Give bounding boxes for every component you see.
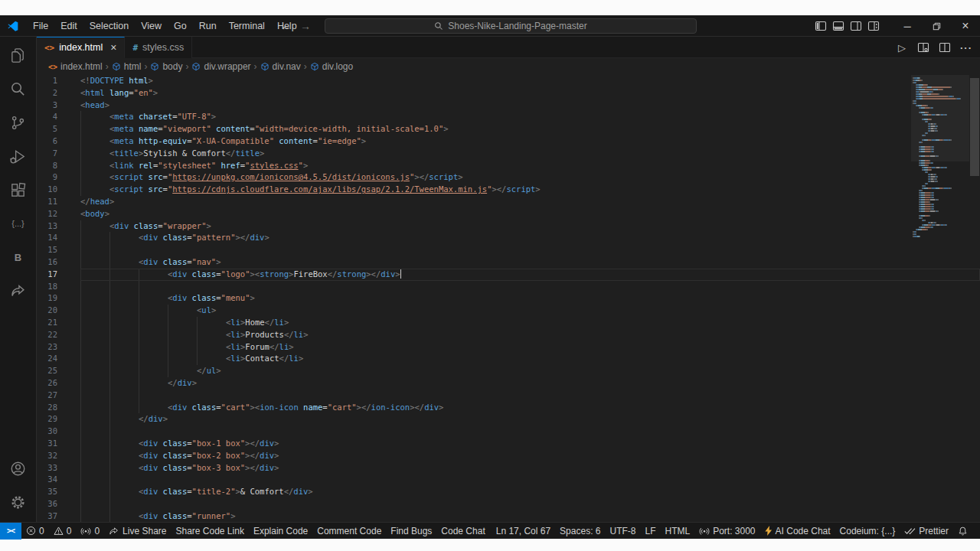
customize-layout-icon[interactable]: [864, 15, 882, 37]
breadcrumb-item-div-nav[interactable]: div.nav: [260, 61, 301, 72]
more-actions-icon[interactable]: ···: [957, 38, 975, 57]
restore-button[interactable]: [922, 15, 951, 37]
split-editor-icon[interactable]: [936, 38, 954, 57]
tab-close-icon[interactable]: ×: [110, 41, 116, 54]
toggle-sidebar-right-icon[interactable]: [847, 15, 864, 37]
status-remote-indicator[interactable]: ><: [0, 523, 21, 540]
back-arrow-icon[interactable]: ←: [280, 20, 291, 32]
run-debug-icon[interactable]: [0, 139, 37, 173]
command-center[interactable]: Shoes-Nike-Landing-Page-master: [325, 18, 697, 34]
code-line-34[interactable]: 34: [37, 474, 980, 486]
status-lf[interactable]: LF: [640, 523, 660, 540]
code-line-13[interactable]: 13<div class="wrapper">: [37, 220, 980, 233]
menu-go[interactable]: Go: [168, 15, 193, 36]
code-line-31[interactable]: 31<div class="box-1 box"></div>: [37, 438, 980, 450]
menu-terminal[interactable]: Terminal: [223, 15, 271, 36]
live-share-icon[interactable]: [0, 274, 37, 308]
menu-file[interactable]: File: [27, 15, 54, 36]
breadcrumb-item-html[interactable]: html: [112, 61, 142, 72]
code-line-18[interactable]: 18: [37, 281, 980, 293]
status-live-share[interactable]: Live Share: [104, 523, 171, 540]
tab-styles-css[interactable]: #styles.css: [125, 37, 192, 58]
code-line-21[interactable]: 21<li>Home</li>: [37, 317, 980, 329]
search-icon[interactable]: [0, 72, 37, 106]
code-line-23[interactable]: 23<li>Forum</li>: [37, 341, 980, 354]
status-ai-code-chat[interactable]: AI Code Chat: [760, 523, 835, 540]
code-editor[interactable]: 1<!DOCTYPE html>2<html lang="en">3<head>…: [37, 75, 980, 522]
status-explain-code[interactable]: Explain Code: [249, 523, 312, 540]
code-line-30[interactable]: 30: [37, 425, 980, 438]
breadcrumb-item-body[interactable]: body: [150, 61, 182, 72]
status-prettier[interactable]: Prettier: [900, 523, 953, 540]
breadcrumb-item-index-html[interactable]: <>index.html: [48, 61, 103, 72]
code-line-26[interactable]: 26</div>: [37, 377, 980, 390]
menu-run[interactable]: Run: [193, 15, 223, 36]
code-line-25[interactable]: 25</ul>: [37, 365, 980, 377]
toggle-sidebar-left-icon[interactable]: [812, 15, 829, 37]
status-utf-8[interactable]: UTF-8: [605, 523, 640, 540]
code-line-32[interactable]: 32<div class="box-2 box"></div>: [37, 450, 980, 462]
menu-selection[interactable]: Selection: [83, 15, 135, 36]
run-icon[interactable]: ▷: [893, 38, 911, 57]
breadcrumb[interactable]: <>index.html›html›body›div.wrapper›div.n…: [37, 58, 980, 75]
code-line-10[interactable]: 10<script src="https://cdnjs.cloudflare.…: [37, 184, 980, 196]
status-0[interactable]: 0: [21, 523, 49, 540]
code-line-2[interactable]: 2<html lang="en">: [37, 87, 980, 99]
code-line-24[interactable]: 24<li>Contact</li>: [37, 353, 980, 365]
breadcrumb-item-div-logo[interactable]: div.logo: [310, 61, 353, 72]
code-line-35[interactable]: 35<div class="title-2">& Comfort</div>: [37, 486, 980, 498]
code-line-5[interactable]: 5<meta name="viewport" content="width=de…: [37, 123, 980, 135]
close-button[interactable]: ×: [951, 15, 980, 37]
code-line-9[interactable]: 9<script src="https://unpkg.com/ionicons…: [37, 171, 980, 184]
code-line-22[interactable]: 22<li>Products</li>: [37, 329, 980, 341]
settings-gear-icon[interactable]: [0, 485, 37, 519]
vertical-scrollbar[interactable]: [970, 78, 979, 176]
account-icon[interactable]: [0, 452, 37, 485]
status-html[interactable]: HTML: [661, 523, 695, 540]
code-line-17[interactable]: 17<div class="logo"><strong>FireBox</str…: [37, 269, 980, 281]
breadcrumb-item-div-wrapper[interactable]: div.wrapper: [191, 61, 250, 72]
toggle-panel-icon[interactable]: [829, 15, 847, 37]
code-line-36[interactable]: 36: [37, 498, 980, 510]
code-line-3[interactable]: 3<head>: [37, 99, 980, 112]
braces-icon[interactable]: {...}: [0, 207, 37, 240]
code-line-12[interactable]: 12<body>: [37, 208, 980, 220]
status-port-3000[interactable]: Port: 3000: [694, 523, 760, 540]
status-code-chat[interactable]: Code Chat: [436, 523, 489, 540]
code-line-19[interactable]: 19<div class="menu">: [37, 292, 980, 305]
extensions-icon[interactable]: [0, 173, 37, 207]
status-spaces-6[interactable]: Spaces: 6: [555, 523, 605, 540]
minimize-button[interactable]: ─: [893, 15, 922, 37]
code-line-28[interactable]: 28<div class="cart"><ion-icon name="cart…: [37, 402, 980, 414]
menu-view[interactable]: View: [135, 15, 168, 36]
tab-index-html[interactable]: <>index.html×: [37, 37, 125, 58]
status-0[interactable]: 0: [49, 523, 77, 540]
code-line-14[interactable]: 14<div class="pattern"></div>: [37, 232, 980, 244]
code-line-7[interactable]: 7<title>Stylish & Comfort</title>: [37, 148, 980, 160]
code-line-20[interactable]: 20<ul>: [37, 305, 980, 317]
code-line-4[interactable]: 4<meta charset="UTF-8">: [37, 111, 980, 123]
code-line-6[interactable]: 6<meta http-equiv="X-UA-Compatible" cont…: [37, 135, 980, 148]
menu-edit[interactable]: Edit: [54, 15, 83, 36]
code-line-8[interactable]: 8<link rel="stylesheet" href="styles.css…: [37, 160, 980, 172]
minimap[interactable]: [911, 77, 968, 237]
code-line-15[interactable]: 15: [37, 244, 980, 256]
open-preview-icon[interactable]: [914, 38, 933, 57]
source-control-icon[interactable]: [0, 106, 37, 139]
explorer-icon[interactable]: [0, 38, 37, 72]
forward-arrow-icon[interactable]: →: [300, 20, 311, 32]
code-line-27[interactable]: 27: [37, 390, 980, 402]
bito-icon[interactable]: B: [0, 240, 37, 274]
code-line-37[interactable]: 37<div class="runner">: [37, 510, 980, 522]
status-bell[interactable]: [953, 523, 972, 540]
code-line-16[interactable]: 16<div class="nav">: [37, 256, 980, 269]
status-ln-17-col-67[interactable]: Ln 17, Col 67: [492, 523, 555, 540]
status-comment-code[interactable]: Comment Code: [312, 523, 386, 540]
code-line-33[interactable]: 33<div class="box-3 box"></div>: [37, 462, 980, 474]
code-line-29[interactable]: 29</div>: [37, 413, 980, 425]
code-line-1[interactable]: 1<!DOCTYPE html>: [37, 75, 980, 87]
code-line-11[interactable]: 11</head>: [37, 196, 980, 208]
status-share-code-link[interactable]: Share Code Link: [171, 523, 248, 540]
status-codeium[interactable]: Codeium: {...}: [835, 523, 900, 540]
status-0[interactable]: 0: [76, 523, 104, 540]
